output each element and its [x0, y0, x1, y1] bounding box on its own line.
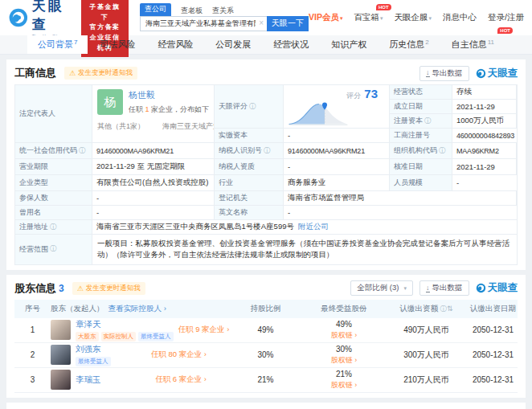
tab-judicial-risk[interactable]: 司法风险 — [89, 35, 145, 54]
shareholder-avatar[interactable] — [51, 320, 71, 340]
legal-rep-name-link[interactable]: 杨世毅 — [129, 89, 209, 101]
shareholders-count: 3 — [59, 283, 64, 294]
actual-controller-tag: 实际控制人 — [101, 332, 137, 342]
major-shareholder-tag: 大股东 — [76, 332, 99, 342]
english-name-value: - — [284, 206, 517, 220]
toolbox-menu[interactable]: 百宝箱▾HOT — [354, 12, 383, 23]
shareholder-name-link[interactable]: 李瑞玉 — [76, 374, 101, 386]
jobs-link[interactable]: 任职 6 家企业 › — [155, 374, 207, 385]
table-row: 1 章泽天 大股东 实际控制人 最终受益人 任职 9 家企业 › 49% 49%… — [14, 318, 518, 343]
shareholder-name-link[interactable]: 章泽天 — [76, 319, 174, 330]
industry-value: 商务服务业 — [284, 175, 390, 191]
login-register[interactable]: 登录/注册 — [488, 12, 524, 23]
shareholder-name-link[interactable]: 刘强东 — [76, 344, 111, 355]
chevron-down-icon: ▾ — [429, 15, 432, 21]
business-scope-value: 一般项目：私募股权投资基金管理、创业投资基金管理服务（须在中国证券投资基金业协会… — [92, 235, 517, 265]
warning-icon: ⚠ — [69, 69, 76, 77]
logo-text: 天眼查 — [32, 0, 76, 34]
shareholder-avatar[interactable] — [51, 370, 71, 390]
info-icon: ⓘ — [50, 244, 57, 254]
download-icon: ↓ — [426, 69, 430, 77]
col-shareholder: 股东（发起人） — [51, 304, 104, 314]
sort-icon[interactable]: ⇅ — [447, 305, 453, 313]
tab-company-background[interactable]: 公司背景7 — [27, 35, 88, 54]
jobs-link[interactable]: 任职 9 家企业 › — [178, 325, 230, 335]
english-name-label: 英文名称 — [215, 206, 284, 220]
staff-size-value: - — [452, 175, 517, 191]
search-button[interactable]: 天眼一下 — [267, 16, 309, 31]
search-tab-relation[interactable]: 查关系 — [212, 6, 234, 16]
equity-chain-link[interactable]: 股权链 › — [304, 355, 384, 366]
top-bar: 天眼查 TianYanCha.com 国家中小企业发展子基金旗下 官方备案企业征… — [0, 0, 532, 35]
export-data-button[interactable]: ↓导出数据 — [419, 66, 469, 81]
search-tabs: 查公司 查老板 查关系 — [140, 5, 309, 16]
shareholders-card: 股东信息 3 ⚠发生变更时通知我 全部比例 (3)▾ ↓导出数据 天眼查 序号 … — [6, 275, 526, 398]
date-value: 2050-12-31 — [469, 350, 518, 359]
info-icon: ⓘ — [440, 305, 448, 313]
search-input[interactable] — [140, 16, 267, 31]
tab-history-info[interactable]: 历史信息2 — [379, 35, 439, 54]
row-seq: 1 — [14, 325, 51, 334]
info-icon: ⓘ — [50, 223, 57, 232]
legal-rep-cell: 杨 杨世毅 任职 1 家企业，分布如下 其他（共1家） 海南三亚天域产业私... — [92, 85, 215, 143]
taxpayer-id-label: 纳税人识别号ⓘ — [215, 143, 284, 159]
insured-count-value: - — [92, 191, 215, 206]
message-center[interactable]: 消息中心 — [443, 12, 477, 23]
tab-intellectual-property[interactable]: 知识产权 — [321, 35, 377, 54]
tab-company-development[interactable]: 公司发展 — [205, 35, 261, 54]
status-label: 经营状态 — [390, 85, 452, 100]
vip-menu[interactable]: VIP会员▾ — [309, 12, 342, 23]
chevron-down-icon: ▾ — [340, 15, 343, 21]
org-code-value: MAA96KRM2 — [452, 143, 517, 159]
search-area: 查公司 查老板 查关系 × 天眼一下 — [140, 5, 309, 31]
info-icon: ⓘ — [424, 117, 432, 126]
nearby-companies-link[interactable]: 附近公司 — [298, 222, 329, 232]
ratio-value: 21% — [227, 375, 304, 384]
equity-chain-link[interactable]: 股权链 › — [304, 330, 384, 341]
info-icon: ⓘ — [439, 146, 446, 156]
establish-date-label: 成立日期 — [390, 100, 452, 114]
ratio-filter-select[interactable]: 全部比例 (3)▾ — [350, 280, 413, 296]
business-term-value: 2021-11-29 至 无固定期限 — [92, 159, 215, 175]
search-tab-company[interactable]: 查公司 — [140, 3, 171, 16]
shareholder-avatar[interactable] — [51, 345, 71, 365]
score-caption: 评分 — [346, 92, 361, 100]
capital-value: 210万人民币 — [384, 374, 469, 386]
tab-operation-risk[interactable]: 经营风险 — [147, 35, 203, 54]
tab-operation-status[interactable]: 经营状况 — [263, 35, 319, 54]
avatar[interactable]: 杨 — [97, 89, 123, 115]
taxpayer-id-value: 91460000MAA96KRM21 — [284, 143, 390, 159]
search-tab-boss[interactable]: 查老板 — [181, 6, 203, 16]
credit-code-value: 91460000MAA96KRM21 — [92, 143, 215, 159]
registered-address-value: 海南省三亚市天涯区三亚中央商务区凤凰岛1号楼A座599号附近公司 — [92, 220, 517, 235]
notify-on-change-badge[interactable]: ⚠发生变更时通知我 — [72, 282, 145, 295]
col-date: 认缴出资日期 — [469, 304, 518, 314]
paidin-capital-label: 实缴资本 — [215, 129, 284, 143]
approval-date-value: 2021-11-29 — [452, 159, 517, 175]
jobs-link[interactable]: 任职 80 家企业 › — [151, 350, 207, 360]
hot-badge: HOT — [376, 4, 391, 10]
tab-self-info[interactable]: 自主信息11HOT — [441, 35, 505, 54]
clear-icon[interactable]: × — [259, 18, 264, 27]
info-icon: ⓘ — [264, 146, 271, 156]
view-controller-link[interactable]: 查看实际控股人 › — [108, 304, 166, 314]
equity-chain-link[interactable]: 股权链 › — [304, 380, 384, 391]
table-row: 3 李瑞玉 任职 6 家企业 › 21% 21%股权链 › 210万人民币 20… — [14, 368, 518, 393]
tianyancha-watermark: 天眼查 — [476, 67, 518, 80]
next-section-peek — [6, 403, 526, 409]
score-chart-cell[interactable]: 评分73 — [284, 85, 390, 129]
notify-on-change-badge[interactable]: ⚠发生变更时通知我 — [64, 67, 137, 80]
date-value: 2050-12-31 — [469, 375, 518, 384]
dist-company[interactable]: 海南三亚天域产业私... — [162, 121, 215, 132]
shareholders-title: 股东信息 — [14, 281, 56, 296]
legal-rep-jobs: 任职 1 家企业，分布如下 — [129, 104, 209, 115]
section-nav: 公司背景7 司法风险 经营风险 公司发展 经营状况 知识产权 历史信息2 自主信… — [0, 35, 532, 55]
tianyancha-logo[interactable]: 天眼查 TianYanCha.com — [8, 0, 76, 39]
business-info-title: 工商信息 — [14, 66, 56, 80]
tianyancha-watermark: 天眼查 — [476, 281, 518, 295]
taxpayer-quality-label: 纳税人资质 — [215, 159, 284, 175]
col-benefit: 最终受益股份 — [304, 304, 384, 314]
enterprise-service-menu[interactable]: 天眼企服▾ — [395, 12, 432, 23]
former-name-label: 曾用名 — [15, 206, 92, 220]
export-data-button[interactable]: ↓导出数据 — [419, 280, 469, 296]
